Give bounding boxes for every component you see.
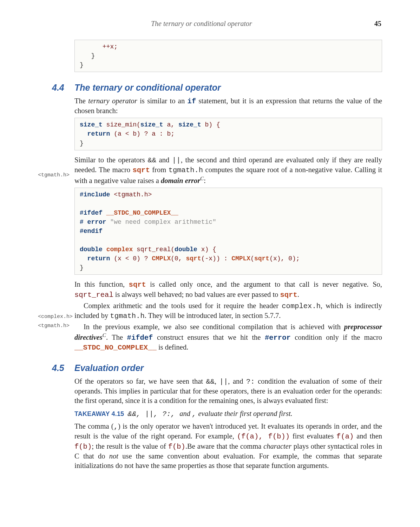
body-column: ++x; } } 4.4 The ternary or conditional … xyxy=(74,40,382,470)
page-number: 45 xyxy=(374,20,381,28)
code-inline: (f(a), f(b)) xyxy=(237,432,290,441)
term-domain-error: domain error xyxy=(161,177,200,184)
macro-stdc-no-complex: __STDC_NO_COMPLEX__ xyxy=(74,344,157,352)
term-character: character xyxy=(263,442,291,450)
operator-and: && xyxy=(206,378,215,386)
running-head: The ternary or conditional operator 45 xyxy=(38,20,382,28)
takeaway-label: TAKEAWAY 4.15 xyxy=(74,410,124,417)
code-block-size-min: size_t size_min(size_t a, size_t b) { re… xyxy=(74,118,382,150)
term-not: not xyxy=(109,452,118,460)
c-superscript: C xyxy=(103,332,106,338)
paragraph: The comma (,) is the only operator we ha… xyxy=(74,422,382,470)
operator-ternary: ?: xyxy=(246,378,255,386)
operator-or: || xyxy=(172,156,181,164)
header-complex: complex.h xyxy=(282,302,321,310)
header-tgmath: tgmath.h xyxy=(110,312,144,320)
section-heading-4-5: 4.5 Evaluation order xyxy=(52,363,382,373)
c-superscript: C xyxy=(200,175,204,181)
section-title: The ternary or conditional operator xyxy=(74,83,221,93)
code-line: } xyxy=(80,52,95,59)
section-heading-4-4: 4.4 The ternary or conditional operator xyxy=(52,83,382,93)
directive-ifdef: #ifdef xyxy=(127,334,153,342)
running-title: The ternary or conditional operator xyxy=(151,20,252,28)
page: The ternary or conditional operator 45 +… xyxy=(0,0,420,493)
operator-or: || xyxy=(219,378,228,386)
term-ternary: ternary operator xyxy=(88,97,137,105)
margin-note-tgmath-2: <tgmath.h> xyxy=(38,323,76,329)
code-line: ++x; xyxy=(80,43,118,50)
takeaway-ops: &&, ||, ?:, xyxy=(128,410,180,418)
code-block-sqrt-real: #include <tgmath.h> #ifdef __STDC_NO_COM… xyxy=(74,188,382,275)
header-tgmath: tgmath.h xyxy=(169,166,203,174)
paragraph: In the previous example, we also see con… xyxy=(74,322,382,352)
section-number: 4.5 xyxy=(52,363,67,373)
margin-note-complex: <complex.h> xyxy=(38,314,76,320)
keyword-if: if xyxy=(188,97,196,105)
takeaway-4-15: TAKEAWAY 4.15 &&, ||, ?:, and , evaluate… xyxy=(74,409,382,419)
code-inline: f(a) xyxy=(336,432,354,441)
code-inline: f(b) xyxy=(168,443,185,451)
directive-error: #error xyxy=(265,334,291,342)
section-title: Evaluation order xyxy=(74,363,144,373)
macro-sqrt: sqrt xyxy=(280,291,297,299)
paragraph: Of the operators so far, we have seen th… xyxy=(74,377,382,405)
operator-comma: , xyxy=(192,410,196,418)
code-block-continuation: ++x; } } xyxy=(74,40,382,72)
macro-sqrt: sqrt xyxy=(129,281,146,289)
operator-and: && xyxy=(147,156,156,164)
paragraph: Similar to the operators && and ||, the … xyxy=(74,155,382,186)
macro-sqrt: sqrt xyxy=(133,166,150,174)
code-line: } xyxy=(80,61,84,69)
margin-note-tgmath: <tgmath.h> xyxy=(38,172,76,178)
code-inline: f(b) xyxy=(74,443,92,451)
paragraph: In this function, sqrt is called only on… xyxy=(74,280,382,299)
section-number: 4.4 xyxy=(52,83,67,93)
paragraph: The ternary operator is similar to an if… xyxy=(74,96,382,116)
identifier-sqrt-real: sqrt_real xyxy=(74,291,113,299)
operator-comma: , xyxy=(114,423,118,431)
paragraph: Complex arithmetic and the tools used fo… xyxy=(74,301,382,321)
